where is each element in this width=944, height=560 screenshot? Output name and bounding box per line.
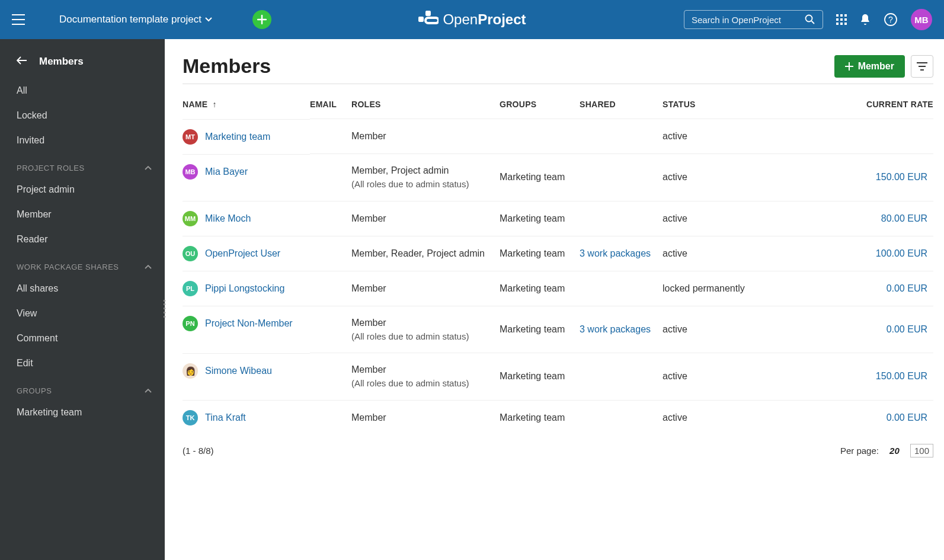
shared-cell bbox=[580, 271, 663, 306]
members-table: NAME↑ EMAIL ROLES GROUPS SHARED STATUS C… bbox=[183, 90, 933, 435]
groups-cell: Marketing team bbox=[500, 353, 580, 401]
sidebar-filter-item[interactable]: All bbox=[0, 78, 165, 103]
member-name-link[interactable]: Mike Moch bbox=[205, 213, 251, 224]
hamburger-icon[interactable] bbox=[12, 14, 25, 25]
col-groups[interactable]: GROUPS bbox=[500, 90, 580, 119]
sidebar-item[interactable]: Marketing team bbox=[0, 400, 165, 425]
page-title: Members bbox=[183, 55, 271, 78]
groups-cell: Marketing team bbox=[500, 306, 580, 353]
member-name-link[interactable]: Project Non-Member bbox=[205, 318, 293, 329]
sidebar-item[interactable]: Member bbox=[0, 202, 165, 227]
resize-handle[interactable] bbox=[164, 300, 165, 318]
sidebar-filter-item[interactable]: Invited bbox=[0, 128, 165, 153]
sidebar-item[interactable]: Comment bbox=[0, 326, 165, 351]
avatar: MT bbox=[183, 129, 198, 145]
shared-cell bbox=[580, 119, 663, 154]
svg-rect-2 bbox=[425, 18, 438, 23]
col-roles[interactable]: ROLES bbox=[351, 90, 500, 119]
search-input[interactable] bbox=[692, 15, 805, 25]
groups-cell: Marketing team bbox=[500, 201, 580, 236]
member-name-link[interactable]: Mia Bayer bbox=[205, 167, 248, 177]
sidebar-section-header[interactable]: WORK PACKAGE SHARES bbox=[0, 252, 165, 276]
member-name-link[interactable]: Tina Kraft bbox=[205, 412, 246, 423]
sidebar-filter-item[interactable]: Locked bbox=[0, 103, 165, 128]
role-cell: Member, Reader, Project admin bbox=[351, 236, 500, 271]
status-cell: active bbox=[663, 201, 757, 236]
sidebar-item[interactable]: Project admin bbox=[0, 177, 165, 202]
col-name[interactable]: NAME↑ bbox=[183, 90, 310, 119]
main-content: Members Member NAME↑ EMAIL bbox=[165, 39, 944, 560]
table-row: PNProject Non-MemberMember(All roles due… bbox=[183, 306, 933, 353]
table-row: MTMarketing teamMemberactive bbox=[183, 119, 933, 154]
add-button[interactable] bbox=[252, 10, 271, 29]
member-name-link[interactable]: Simone Wibeau bbox=[205, 366, 272, 376]
status-cell: active bbox=[663, 400, 757, 435]
shared-link[interactable]: 3 work packages bbox=[580, 324, 651, 334]
col-status[interactable]: STATUS bbox=[663, 90, 757, 119]
svg-rect-1 bbox=[425, 11, 430, 16]
rate-link[interactable]: 150.00 EUR bbox=[876, 371, 927, 381]
table-row: MBMia BayerMember, Project admin(All rol… bbox=[183, 154, 933, 201]
col-shared[interactable]: SHARED bbox=[580, 90, 663, 119]
groups-cell: Marketing team bbox=[500, 154, 580, 201]
member-name-link[interactable]: Pippi Longstocking bbox=[205, 283, 284, 294]
avatar: PL bbox=[183, 281, 198, 296]
member-name-link[interactable]: Marketing team bbox=[205, 132, 270, 142]
sidebar-section-header[interactable]: PROJECT ROLES bbox=[0, 153, 165, 177]
chevron-up-icon bbox=[145, 387, 152, 395]
search-bar[interactable] bbox=[684, 10, 823, 29]
pagination-info: (1 - 8/8) bbox=[183, 446, 214, 456]
project-selector[interactable]: Documentation template project bbox=[59, 14, 212, 25]
per-page-option[interactable]: 100 bbox=[910, 444, 933, 457]
svg-rect-9 bbox=[844, 18, 847, 21]
user-avatar[interactable]: MB bbox=[911, 9, 932, 30]
avatar: MB bbox=[183, 164, 198, 180]
status-cell: active bbox=[663, 353, 757, 401]
sidebar-item[interactable]: View bbox=[0, 301, 165, 326]
per-page: Per page: 20 100 bbox=[840, 446, 933, 456]
col-email[interactable]: EMAIL bbox=[310, 90, 351, 119]
bell-icon[interactable] bbox=[860, 14, 871, 25]
add-member-button[interactable]: Member bbox=[834, 55, 905, 78]
rate-link[interactable]: 0.00 EUR bbox=[887, 324, 927, 334]
logo[interactable]: OpenProject bbox=[418, 11, 526, 28]
member-name-link[interactable]: OpenProject User bbox=[205, 248, 280, 259]
groups-cell: Marketing team bbox=[500, 400, 580, 435]
shared-cell: 3 work packages bbox=[580, 306, 663, 353]
role-cell: Member bbox=[351, 271, 500, 306]
sidebar-item[interactable]: Reader bbox=[0, 227, 165, 252]
sidebar-item[interactable]: Edit bbox=[0, 351, 165, 376]
rate-link[interactable]: 80.00 EUR bbox=[881, 213, 927, 223]
groups-cell: Marketing team bbox=[500, 236, 580, 271]
back-arrow-icon[interactable] bbox=[17, 56, 27, 68]
role-cell: Member bbox=[351, 400, 500, 435]
rate-link[interactable]: 100.00 EUR bbox=[876, 248, 927, 258]
sidebar-title: Members bbox=[39, 56, 84, 68]
rate-link[interactable]: 150.00 EUR bbox=[876, 172, 927, 182]
project-name: Documentation template project bbox=[59, 14, 201, 25]
avatar: PN bbox=[183, 316, 198, 331]
apps-icon[interactable] bbox=[836, 14, 847, 25]
rate-link[interactable]: 0.00 EUR bbox=[887, 283, 927, 293]
avatar: MM bbox=[183, 211, 198, 226]
rate-cell bbox=[757, 119, 933, 154]
table-row: 👩Simone WibeauMember(All roles due to ad… bbox=[183, 353, 933, 401]
rate-cell: 0.00 EUR bbox=[757, 306, 933, 353]
status-cell: active bbox=[663, 154, 757, 201]
sidebar-item[interactable]: All shares bbox=[0, 276, 165, 301]
svg-rect-7 bbox=[836, 18, 839, 21]
svg-rect-8 bbox=[840, 18, 843, 21]
help-icon[interactable]: ? bbox=[884, 12, 898, 27]
status-cell: active bbox=[663, 236, 757, 271]
filter-button[interactable] bbox=[911, 55, 933, 78]
rate-link[interactable]: 0.00 EUR bbox=[887, 412, 927, 423]
col-rate[interactable]: CURRENT RATE bbox=[757, 90, 933, 119]
sidebar-section-header[interactable]: GROUPS bbox=[0, 376, 165, 400]
shared-link[interactable]: 3 work packages bbox=[580, 248, 651, 258]
svg-rect-0 bbox=[418, 17, 423, 22]
rate-cell: 150.00 EUR bbox=[757, 353, 933, 401]
table-row: MMMike MochMemberMarketing teamactive80.… bbox=[183, 201, 933, 236]
role-cell: Member(All roles due to admin status) bbox=[351, 306, 500, 353]
logo-icon bbox=[418, 11, 438, 28]
per-page-option[interactable]: 20 bbox=[889, 446, 900, 456]
